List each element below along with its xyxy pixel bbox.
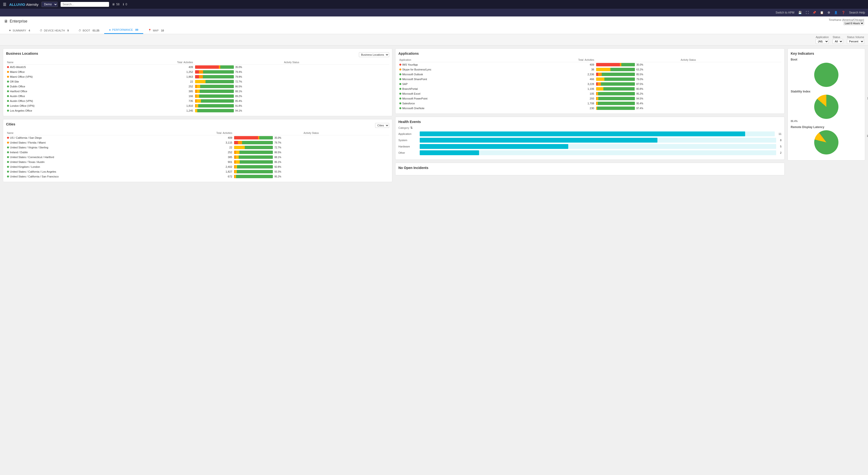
status-dot bbox=[7, 146, 9, 148]
table-row[interactable]: Microsoft PowerPoint29394.5% bbox=[398, 96, 781, 101]
table-row[interactable]: Microsoft SharePoint46679.0% bbox=[398, 77, 781, 81]
user-icon[interactable]: 👤 bbox=[834, 11, 838, 14]
copy-icon[interactable]: 📋 bbox=[820, 11, 824, 14]
health-event-row: Application11 bbox=[398, 132, 781, 136]
table-row[interactable]: United States / Virginia / Sterling2272.… bbox=[6, 145, 389, 150]
tab-boot[interactable]: ⏱BOOT01:25 bbox=[74, 26, 104, 34]
applications-title: Applications bbox=[398, 52, 781, 56]
table-row[interactable]: Microsoft OneNote23097.4% bbox=[398, 106, 781, 111]
timeframe-label: Timeframe (America/Chicago) bbox=[829, 19, 864, 21]
status-dot bbox=[399, 78, 401, 80]
status-dot bbox=[7, 175, 9, 177]
status-dot bbox=[7, 166, 9, 168]
cities-table: Name Total Activities Activity Status US… bbox=[6, 131, 389, 179]
cities-card: Cities Cities Name Total Activities Acti… bbox=[3, 119, 392, 182]
tab-summary[interactable]: ★SUMMARY4 bbox=[4, 26, 35, 34]
table-row[interactable]: BranchPortal1,10680.8% bbox=[398, 87, 781, 91]
business-locations-title: Business Locations bbox=[6, 52, 38, 56]
switch-apm-button[interactable]: Switch to APM bbox=[776, 11, 794, 14]
search-help-button[interactable]: Search Help bbox=[849, 11, 865, 14]
table-row[interactable]: United Kingdom / London2,40292.8% bbox=[6, 164, 389, 169]
health-events-card: Health Events Category ⇅ Application11Sy… bbox=[395, 117, 785, 160]
remote-display-label: Remote Display Latency bbox=[791, 126, 862, 129]
monitor-icon: 🖥 bbox=[112, 3, 115, 6]
cities-title: Cities bbox=[6, 122, 15, 126]
cities-select[interactable]: Cities bbox=[375, 123, 389, 128]
status-dot bbox=[7, 156, 9, 158]
applications-table: Application Total Activities Activity St… bbox=[398, 58, 781, 111]
main-tabs: ★SUMMARY4⏱DEVICE HEALTH9⏱BOOT01:25●PERFO… bbox=[4, 26, 864, 34]
table-row[interactable]: US / California / San Diego40935.0% bbox=[6, 135, 389, 140]
table-row[interactable]: United States / Texas / Austin90186.1% bbox=[6, 160, 389, 164]
filter-icon[interactable]: ⇅ bbox=[410, 126, 413, 130]
table-row[interactable]: Microsoft Outlook2,33685.5% bbox=[398, 72, 781, 77]
status-dot bbox=[7, 80, 9, 82]
status-dot bbox=[7, 142, 9, 143]
remote-pct-yellow: 10.9% bbox=[867, 135, 868, 137]
table-row[interactable]: Off-Site2272.7% bbox=[6, 79, 389, 84]
col-name: Name bbox=[6, 131, 177, 135]
remote-display-section: Remote Display Latency 0.3% 10.9% bbox=[791, 126, 862, 155]
help-icon[interactable]: ❓ bbox=[842, 11, 845, 14]
table-row[interactable]: United States / California / Los Angeles… bbox=[6, 169, 389, 174]
sec-nav: Switch to APM 💾 ⛶ 📌 📋 ⚙ 👤 ❓ Search Help bbox=[0, 9, 868, 16]
save-icon[interactable]: 💾 bbox=[798, 11, 802, 14]
menu-icon[interactable]: ☰ bbox=[3, 2, 6, 7]
table-row[interactable]: United States / California / San Francis… bbox=[6, 174, 389, 179]
table-row[interactable]: Ireland / Dublin25286.5% bbox=[6, 150, 389, 155]
device_health-tab-icon: ⏱ bbox=[40, 29, 42, 32]
status-dot bbox=[399, 69, 401, 70]
table-row[interactable]: Miami Office (VPN)1,86379.9% bbox=[6, 74, 389, 79]
boot-pie bbox=[814, 63, 838, 87]
business-locations-select[interactable]: Business Locations bbox=[359, 52, 389, 57]
tab-device_health[interactable]: ⏱DEVICE HEALTH9 bbox=[35, 26, 74, 34]
stability-pct-yellow: 13.6% bbox=[867, 97, 868, 100]
table-row[interactable]: Dublin Office25286.5% bbox=[6, 84, 389, 89]
table-row[interactable]: London Office (VPN)1,81091.8% bbox=[6, 103, 389, 108]
expand-icon[interactable]: ⛶ bbox=[806, 11, 809, 14]
table-row[interactable]: Los Angeles Office1,24594.1% bbox=[6, 108, 389, 113]
map-tab-icon: 📍 bbox=[148, 29, 151, 32]
timeframe-select[interactable]: Last 6 Hours bbox=[843, 21, 864, 25]
table-row[interactable]: SAP3,22887.5% bbox=[398, 81, 781, 87]
pin-icon[interactable]: 📌 bbox=[812, 11, 816, 14]
page-title: 🖥 Enterprise bbox=[4, 19, 27, 24]
main-content: Business Locations Business Locations Na… bbox=[0, 45, 868, 185]
status-dot bbox=[7, 171, 9, 173]
table-row[interactable]: Austin Office (VPN)73585.4% bbox=[6, 99, 389, 103]
table-row[interactable]: United States / Connecticut / Hartford38… bbox=[6, 155, 389, 160]
table-row[interactable]: Salesforce1,70895.4% bbox=[398, 101, 781, 106]
application-select[interactable]: (All) bbox=[816, 39, 829, 44]
table-row[interactable]: Hartford Office38588.1% bbox=[6, 89, 389, 94]
table-row[interactable]: United States / Florida / Miami3,11579.7… bbox=[6, 140, 389, 145]
demo-select[interactable]: Demo bbox=[41, 2, 58, 7]
table-row[interactable]: Microsoft Excel10595.2% bbox=[398, 91, 781, 96]
col-total: Total Activities bbox=[177, 131, 233, 135]
status-dot bbox=[7, 161, 9, 163]
status-volume-filter: Status Volume Percent bbox=[847, 36, 864, 44]
table-row[interactable]: Austin Office16689.2% bbox=[6, 94, 389, 99]
category-label: Category bbox=[398, 126, 409, 129]
search-input[interactable] bbox=[61, 2, 109, 7]
left-column: Business Locations Business Locations Na… bbox=[3, 48, 392, 182]
table-row[interactable]: Miami Office1,25279.4% bbox=[6, 69, 389, 74]
alert-icon: ℹ bbox=[123, 3, 124, 6]
no-incidents-title: No Open Incidents bbox=[398, 166, 781, 170]
health-events-bars: Application11System8Hardware5Other2 bbox=[398, 132, 781, 155]
brand-name: ALLUVIO bbox=[9, 2, 25, 6]
col-total: Total Activities bbox=[123, 60, 194, 65]
status-dot bbox=[7, 105, 9, 107]
tab-map[interactable]: 📍MAP10 bbox=[143, 26, 169, 34]
table-row[interactable]: IMS YourApp40935.0% bbox=[398, 62, 781, 67]
col-name: Name bbox=[6, 60, 123, 65]
table-row[interactable]: AVD-WestUS40935.0% bbox=[6, 65, 389, 70]
right-column: Key Indicators Boot Stability Index 13.6… bbox=[787, 48, 865, 182]
settings-icon[interactable]: ⚙ bbox=[828, 11, 830, 14]
no-incidents-card: No Open Incidents bbox=[395, 163, 785, 175]
status-volume-select[interactable]: Percent bbox=[847, 39, 864, 44]
col-status: Activity Status bbox=[233, 131, 389, 135]
status-dot bbox=[7, 90, 9, 92]
tab-performance[interactable]: ●PERFORMANCE89 bbox=[104, 26, 143, 34]
table-row[interactable]: Skype for Business/Lync3863.2% bbox=[398, 67, 781, 72]
status-select[interactable]: All bbox=[833, 39, 843, 44]
